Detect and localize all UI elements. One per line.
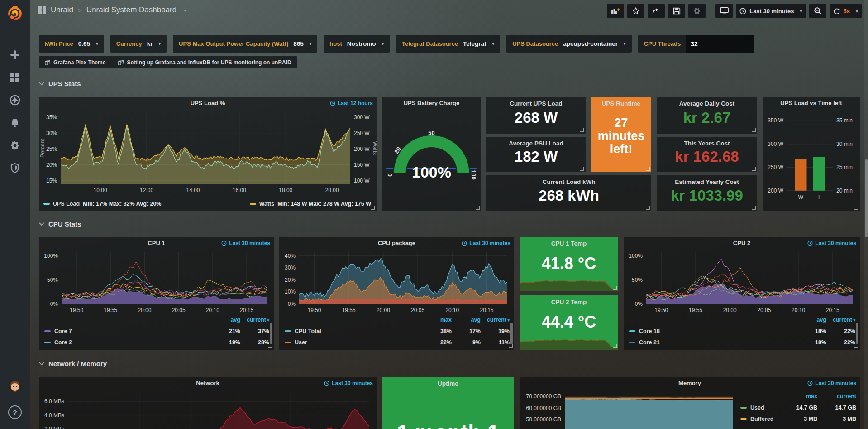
cpu-threads-input[interactable] [686, 35, 754, 53]
legend-item[interactable]: Used [740, 405, 764, 411]
legend-item[interactable]: WattsMin: 148 W Max: 278 W Avg: 175 W [250, 201, 371, 207]
user-avatar[interactable] [8, 379, 22, 394]
dashboard-settings-gear-icon[interactable] [688, 4, 706, 18]
legend-sort-header[interactable]: current ▾ [240, 317, 269, 323]
breadcrumb-folder[interactable]: Unraid [51, 5, 73, 14]
add-panel-button[interactable] [607, 4, 624, 18]
stat-title[interactable]: Estimated Yearly Cost [657, 178, 757, 185]
help-icon[interactable]: ? [8, 405, 22, 419]
grafana-logo-icon[interactable] [5, 4, 24, 23]
legend-sort-header[interactable]: max [423, 317, 452, 323]
panel-resize-handle[interactable] [509, 344, 513, 348]
panel-resize-handle[interactable] [854, 206, 858, 210]
star-button[interactable] [627, 4, 644, 18]
svg-text:19:50: 19:50 [70, 307, 83, 313]
panel-resize-handle[interactable] [476, 206, 480, 210]
legend-item[interactable]: User [285, 339, 307, 346]
tv-kiosk-mode-button[interactable] [715, 4, 733, 18]
legend-sort-header[interactable]: max [778, 393, 817, 400]
section-network-memory[interactable]: Network / Memory [39, 360, 107, 367]
panel-time-range[interactable]: Last 30 minutes [462, 240, 510, 246]
legend-item[interactable]: CPU Total [285, 328, 321, 334]
panel-cpu2-temp: CPU 2 Temp 44.4 °C [520, 295, 618, 350]
legend-scrollbar[interactable] [856, 323, 858, 344]
panel-resize-handle[interactable] [752, 128, 756, 132]
explore-compass-icon[interactable] [9, 94, 21, 106]
legend-item[interactable]: Core 7 [44, 328, 72, 334]
panel-title[interactable]: UPS Battery Charge [386, 100, 477, 106]
stat-title[interactable]: CPU 2 Temp [520, 299, 618, 305]
variable-host[interactable]: host Nostromo▾ [324, 35, 390, 53]
legend-sort-header[interactable]: current ▾ [826, 317, 855, 323]
alerting-bell-icon[interactable] [9, 117, 21, 129]
panel-resize-handle[interactable] [580, 167, 584, 171]
section-ups-stats[interactable]: UPS Stats [39, 80, 81, 87]
panel-title[interactable]: Network [57, 380, 358, 386]
stat-title[interactable]: CPU 1 Temp [520, 240, 618, 247]
panel-title[interactable]: Memory [538, 380, 842, 386]
panel-time-range[interactable]: Last 12 hours [330, 100, 373, 106]
panel-time-range[interactable]: Last 30 minutes [324, 380, 373, 386]
legend-sort-header[interactable]: current ▾ [481, 317, 510, 323]
configuration-gear-icon[interactable] [9, 140, 21, 151]
panel-time-range[interactable]: Last 30 minutes [807, 380, 856, 386]
create-plus-icon[interactable] [9, 49, 21, 61]
legend-item[interactable]: UPS LoadMin: 17% Max: 32% Avg: 20% [43, 201, 161, 207]
stat-title[interactable]: Current UPS Load [486, 100, 586, 107]
breadcrumb-dashboard-title[interactable]: Unraid System Dashboard [86, 5, 176, 14]
legend-scrollbar[interactable] [270, 323, 272, 344]
stat-title[interactable]: UPS Runtime [591, 100, 651, 107]
time-range-picker[interactable]: Last 30 minutes ▾ [736, 4, 806, 18]
variable-ups-max-output[interactable]: UPS Max Output Power Capacity (Watt) 865… [173, 35, 317, 53]
zoom-out-button[interactable] [809, 4, 826, 18]
legend-sort-header[interactable]: avg [211, 317, 240, 323]
panel-resize-handle[interactable] [371, 206, 375, 210]
panel-resize-handle[interactable] [613, 344, 617, 348]
chevron-down-icon[interactable]: ▾ [184, 8, 186, 13]
refresh-picker[interactable]: 5s ▾ [830, 4, 862, 18]
stat-title[interactable]: Average Daily Cost [657, 100, 757, 107]
stat-title[interactable]: This Years Cost [657, 140, 757, 147]
variable-telegraf-datasource[interactable]: Telegraf Datasource Telegraf▾ [396, 35, 500, 53]
legend-sort-header[interactable]: avg [797, 317, 826, 323]
legend-item[interactable]: Core 18 [629, 328, 660, 334]
variable-currency[interactable]: Currency kr▾ [110, 35, 167, 53]
panel-resize-handle[interactable] [854, 344, 858, 348]
panel-title[interactable]: UPS Load % [57, 100, 358, 106]
stat-title[interactable]: Current Load kWh [486, 178, 651, 185]
panel-title[interactable]: UPS Load vs Time left [766, 100, 856, 106]
panel-resize-handle[interactable] [752, 167, 756, 171]
panel-resize-handle[interactable] [752, 206, 756, 210]
legend-item[interactable]: Core 2 [44, 339, 72, 346]
save-button[interactable] [668, 4, 685, 18]
panel-resize-handle[interactable] [613, 286, 617, 290]
panel-resize-handle[interactable] [646, 206, 650, 210]
legend-sort-header[interactable]: avg [452, 317, 481, 323]
legend-item[interactable]: Core 21 [629, 339, 660, 346]
section-cpu-stats[interactable]: CPU Stats [39, 220, 81, 228]
panel-estimated-yearly-cost: Estimated Yearly Cost kr 1033.99 [657, 175, 757, 211]
memory-legend: maxcurrentUsed14.7 GB14.7 GBBuffered3 MB… [740, 390, 856, 424]
scrollbar-thumb[interactable] [865, 159, 868, 237]
panel-time-range[interactable]: Last 30 minutes [221, 240, 270, 246]
page-scrollbar[interactable] [864, 0, 868, 429]
svg-text:30%: 30% [285, 265, 296, 271]
link-ups-monitoring-guide[interactable]: Setting up Grafana and InfluxDB for UPS … [118, 59, 291, 66]
panel-resize-handle[interactable] [580, 128, 584, 132]
stat-title[interactable]: Uptime [382, 380, 514, 387]
panel-resize-handle[interactable] [646, 167, 650, 171]
legend-item[interactable]: Buffered [740, 416, 773, 422]
legend-sort-header[interactable]: current [817, 393, 856, 400]
server-admin-shield-icon[interactable] [9, 162, 21, 174]
stat-title[interactable]: Average PSU Load [486, 140, 586, 147]
variable-ups-datasource[interactable]: UPS Datasource apcupsd-container▾ [506, 35, 631, 53]
panel-resize-handle[interactable] [268, 344, 272, 348]
svg-text:20:15: 20:15 [480, 307, 493, 313]
dashboard-grid-icon[interactable] [38, 6, 46, 14]
legend-scrollbar[interactable] [510, 323, 513, 344]
share-button[interactable] [648, 4, 665, 18]
link-grafana-plex-theme[interactable]: Grafana Plex Theme [45, 59, 105, 66]
panel-time-range[interactable]: Last 30 minutes [807, 240, 856, 246]
dashboards-icon[interactable] [9, 72, 21, 83]
variable-kwh-price[interactable]: kWh Price 0.65▾ [39, 35, 104, 53]
